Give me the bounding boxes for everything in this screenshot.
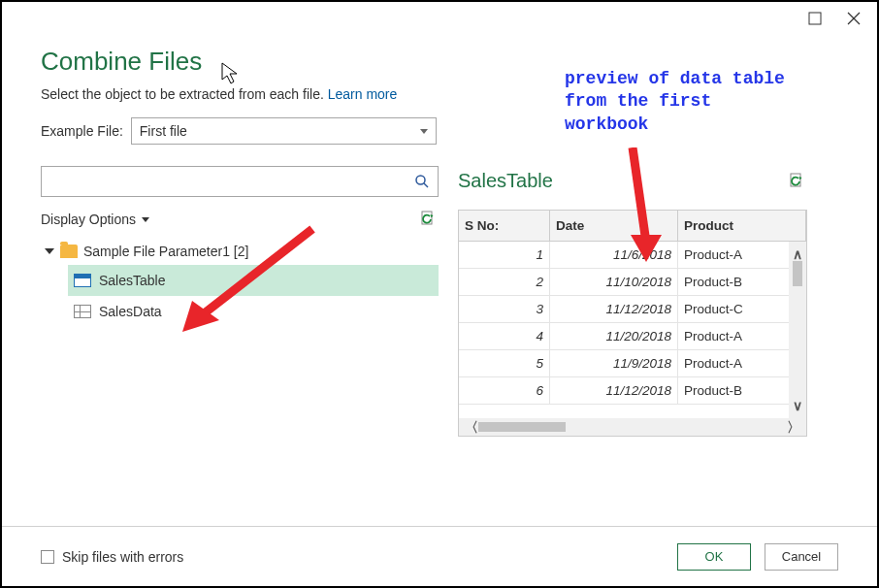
skip-files-checkbox[interactable]: Skip files with errors [41,549,183,565]
example-file-label: Example File: [41,123,123,139]
cell-date: 11/12/2018 [550,377,678,404]
table-header: S No: Date Product [459,211,806,242]
cell-date: 11/10/2018 [550,269,678,295]
skip-files-label: Skip files with errors [62,549,183,565]
example-file-dropdown[interactable]: First file [131,117,437,145]
folder-icon [60,245,78,258]
cell-sno: 5 [459,350,550,376]
table-row[interactable]: 411/20/2018Product-A [459,323,789,350]
cancel-button[interactable]: Cancel [765,543,838,571]
subtitle-text: Select the object to be extracted from e… [41,86,328,102]
table-row[interactable]: 311/12/2018Product-C [459,296,789,323]
cell-date: 11/9/2018 [550,350,678,376]
collapse-icon [45,248,54,254]
table-row[interactable]: 611/12/2018Product-B [459,377,789,405]
tree-item-salesdata[interactable]: SalesData [68,296,439,327]
cell-date: 11/20/2018 [550,323,678,349]
cell-sno: 3 [459,296,550,322]
refresh-icon[interactable] [790,173,807,190]
maximize-icon[interactable] [805,9,825,28]
window-titlebar [2,2,877,35]
sheet-icon [74,305,91,318]
svg-rect-0 [809,13,821,24]
tree-item-salestable[interactable]: SalesTable [68,265,439,296]
vertical-scrollbar[interactable]: ∧ ∨ [789,242,806,418]
cell-date: 11/12/2018 [550,296,678,322]
svg-point-3 [416,176,425,184]
cell-sno: 1 [459,242,550,268]
tree-item-label: SalesTable [99,273,166,288]
preview-table: S No: Date Product 111/6/2018Product-A21… [458,210,807,437]
svg-line-4 [424,183,428,187]
preview-title: SalesTable [458,170,553,192]
chevron-up-icon[interactable]: ∧ [793,247,802,261]
cell-product: Product-A [678,242,789,268]
object-tree: Sample File Parameter1 [2] SalesTable Sa… [41,238,439,327]
cell-product: Product-B [678,377,789,404]
table-row[interactable]: 111/6/2018Product-A [459,242,789,269]
chevron-left-icon[interactable]: 〈 [465,420,478,434]
column-header-product[interactable]: Product [678,211,806,241]
cell-sno: 4 [459,323,550,349]
display-options-dropdown[interactable]: Display Options [41,212,149,227]
display-options-label: Display Options [41,212,136,227]
chevron-right-icon[interactable]: 〉 [787,420,800,434]
cell-product: Product-C [678,296,789,322]
cell-date: 11/6/2018 [550,242,678,268]
checkbox-icon [41,550,54,564]
cell-sno: 6 [459,377,550,404]
refresh-icon[interactable] [421,211,439,228]
tree-parent[interactable]: Sample File Parameter1 [2] [41,238,439,265]
chevron-down-icon[interactable]: ∨ [793,399,802,412]
scroll-thumb[interactable] [478,422,566,432]
column-header-sno[interactable]: S No: [459,211,550,241]
column-header-date[interactable]: Date [550,211,678,241]
table-row[interactable]: 511/9/2018Product-A [459,350,789,377]
tree-item-label: SalesData [99,304,162,319]
search-input[interactable] [41,166,439,197]
horizontal-scrollbar[interactable]: 〈 〉 [459,418,806,436]
ok-button[interactable]: OK [677,543,751,571]
tree-parent-label: Sample File Parameter1 [2] [83,244,248,259]
cell-product: Product-A [678,323,789,349]
annotation-text: preview of data table from the first wor… [565,68,785,136]
close-icon[interactable] [844,9,863,28]
example-file-value: First file [140,123,187,139]
chevron-down-icon [420,129,428,134]
dialog-footer: Skip files with errors OK Cancel [2,526,877,586]
search-icon [414,174,430,189]
table-icon [74,274,91,287]
scroll-thumb[interactable] [793,261,802,286]
learn-more-link[interactable]: Learn more [328,86,398,102]
cell-product: Product-B [678,269,789,295]
table-row[interactable]: 211/10/2018Product-B [459,269,789,296]
cell-product: Product-A [678,350,789,376]
chevron-down-icon [142,217,149,222]
cell-sno: 2 [459,269,550,295]
